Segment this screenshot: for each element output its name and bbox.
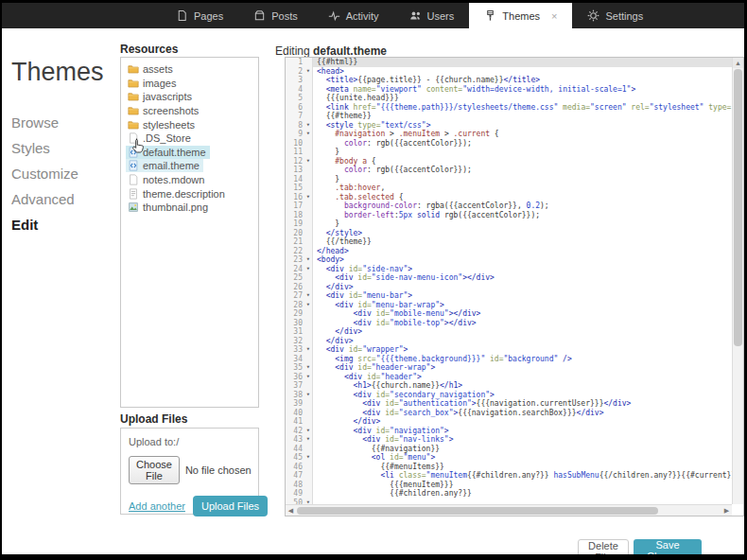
code-line[interactable]: 27▾ <div id="menu-bar"> (286, 291, 732, 301)
file-row-theme-description[interactable]: theme.description (126, 186, 258, 201)
file-row-stylesheets[interactable]: stylesheets (126, 117, 258, 131)
horizontal-scrollbar[interactable]: ◀ ▶ (286, 504, 732, 516)
code-line[interactable]: 22</head> (286, 247, 732, 256)
code-line[interactable]: 47 <li class="menuItem{{#children.any?}}… (286, 471, 732, 481)
file-row-images[interactable]: images (126, 77, 258, 91)
tab-users[interactable]: Users (394, 3, 470, 28)
code-line[interactable]: 25 <div id="side-nav-menu-icon"></div> (286, 273, 732, 283)
file-row--ds-store[interactable]: .DS_Store (126, 131, 258, 146)
sidebar-item-styles[interactable]: Styles (11, 140, 50, 156)
fold-toggle-icon[interactable]: ▾ (304, 363, 310, 373)
fold-toggle-icon[interactable]: ▾ (304, 121, 310, 131)
upload-files-button[interactable]: Upload Files (193, 496, 268, 516)
code-line[interactable]: 8▾ <style type="text/css"> (286, 121, 732, 131)
code-line[interactable]: 19 } (286, 219, 732, 229)
code-line[interactable]: 46 {{#menuItems}} (286, 463, 732, 472)
code-line[interactable]: 6 <link href="{{{theme.path}}}/styleshee… (286, 103, 732, 113)
code-line[interactable]: 33▾ <div id="wrapper"> (286, 345, 732, 355)
code-line[interactable]: 4 <meta name="viewport" content="width=d… (286, 85, 732, 95)
fold-toggle-icon[interactable]: ▾ (304, 391, 310, 400)
fold-toggle-icon[interactable]: ▾ (304, 345, 310, 355)
code-line[interactable]: 3 <title>{{page.title}} - {{church.name}… (286, 76, 732, 85)
code-line[interactable]: 38▾ <div id="secondary_navigation"> (286, 391, 732, 400)
sidebar-item-edit[interactable]: Edit (11, 217, 38, 233)
fold-toggle-icon[interactable]: ▾ (304, 67, 310, 77)
tab-posts[interactable]: Posts (238, 3, 313, 28)
file-row-notes-mdown[interactable]: notes.mdown (126, 173, 258, 187)
scroll-left-arrow[interactable]: ◀ (286, 507, 296, 515)
fold-toggle-icon[interactable]: ▾ (304, 373, 310, 382)
code-line[interactable]: 31 </div> (286, 327, 732, 337)
code-line[interactable]: 7 {{#theme}} (286, 112, 732, 121)
code-line[interactable]: 24▾ <div id="side-nav"> (286, 265, 732, 274)
code-area[interactable]: 1{{#html}}2▾<head>3 <title>{{page.title}… (286, 58, 732, 504)
scroll-right-arrow[interactable]: ▶ (721, 507, 732, 515)
sidebar-item-browse[interactable]: Browse (11, 114, 59, 131)
scroll-up-arrow[interactable]: ▲ (733, 58, 743, 68)
add-another-link[interactable]: Add another (129, 500, 185, 512)
code-line[interactable]: 20 </style> (286, 229, 732, 238)
tab-pages[interactable]: Pages (161, 3, 238, 28)
fold-toggle-icon[interactable]: ▾ (304, 265, 310, 274)
fold-toggle-icon[interactable]: ▾ (304, 291, 310, 301)
fold-toggle-icon[interactable]: ▾ (304, 301, 310, 310)
code-editor[interactable]: 1{{#html}}2▾<head>3 <title>{{page.title}… (285, 57, 744, 516)
code-line[interactable]: 12▾ #body a { (286, 157, 732, 166)
file-row-default-theme[interactable]: default.theme (126, 146, 258, 160)
code-line[interactable]: 32 </div> (286, 337, 732, 346)
code-line[interactable]: 42▾ <div id="navigation"> (286, 427, 732, 436)
code-line[interactable]: 43▾ <div id="nav-links"> (286, 435, 732, 445)
code-line[interactable]: 29 <div id="mobile-menu"></div> (286, 309, 732, 319)
code-line[interactable]: 28▾ <div id="menu-bar-wrap"> (286, 301, 732, 310)
file-row-screenshots[interactable]: screenshots (126, 104, 258, 118)
code-line[interactable]: 37 <h1>{{church.name}}</h1> (286, 381, 732, 391)
code-line[interactable]: 35▾ <div id="header-wrap"> (286, 363, 732, 373)
code-line[interactable]: 15 .tab:hover, (286, 184, 732, 193)
code-line[interactable]: 5 {{{unite.head}}} (286, 94, 732, 103)
tab-themes[interactable]: Themes× (469, 3, 572, 28)
code-line[interactable]: 44 {{#navigation}} (286, 445, 732, 454)
fold-toggle-icon[interactable]: ▾ (304, 193, 310, 202)
file-row-email-theme[interactable]: email.theme (126, 159, 258, 173)
code-line[interactable]: 2▾<head> (286, 67, 732, 77)
code-line[interactable]: 40 <div id="search_box">{{{navigation.se… (286, 409, 732, 418)
code-line[interactable]: 14 } (286, 175, 732, 184)
tab-settings[interactable]: Settings (572, 3, 658, 28)
vertical-scroll-thumb[interactable] (734, 69, 742, 346)
sidebar-item-advanced[interactable]: Advanced (11, 191, 75, 207)
code-line[interactable]: 9▾ #navigation > .menuItem > .current { (286, 130, 732, 139)
fold-toggle-icon[interactable]: ▾ (304, 255, 310, 265)
vertical-scrollbar[interactable]: ▲ (732, 58, 743, 504)
code-line[interactable]: 10 color: rgb({{accentColor}}); (286, 139, 732, 149)
code-line[interactable]: 36▾ <div id="header"> (286, 373, 732, 382)
code-line[interactable]: 13 color: rgb({{accentColor}}); (286, 166, 732, 175)
horizontal-scroll-thumb[interactable] (297, 507, 658, 515)
code-line[interactable]: 45▾ <ol id="menu"> (286, 453, 732, 463)
file-row-assets[interactable]: assets (126, 62, 258, 77)
file-row-thumbnail-png[interactable]: thumbnail.png (126, 201, 258, 215)
choose-file-button[interactable]: Choose File (129, 456, 180, 484)
code-line[interactable]: 26 </div> (286, 283, 732, 292)
code-line[interactable]: 30 <div id="mobile-top"></div> (286, 319, 732, 328)
fold-toggle-icon[interactable]: ▾ (304, 435, 310, 445)
code-line[interactable]: 18 border-left:5px solid rgb({{accentCol… (286, 211, 732, 220)
sidebar-item-customize[interactable]: Customize (11, 166, 78, 182)
fold-toggle-icon[interactable]: ▾ (304, 157, 310, 166)
code-line[interactable]: 39 <div id="authentication">{{{navigatio… (286, 399, 732, 409)
code-line[interactable]: 49 {{#children.any?}} (286, 489, 732, 499)
code-line[interactable]: 16▾ .tab.selected { (286, 193, 732, 202)
save-changes-button[interactable]: Save Changes (634, 539, 702, 559)
code-line[interactable]: 41 </div> (286, 417, 732, 427)
code-line[interactable]: 11 } (286, 148, 732, 157)
code-line[interactable]: 1{{#html}} (286, 58, 732, 67)
file-row-javascripts[interactable]: javascripts (126, 90, 258, 104)
tab-activity[interactable]: Activity (313, 3, 394, 28)
code-line[interactable]: 48 {{{menuItem}}} (286, 481, 732, 490)
code-line[interactable]: 17 background-color: rgba({{accentColor}… (286, 201, 732, 211)
code-line[interactable]: 34 <img src="{{{theme.background}}}" id=… (286, 355, 732, 364)
fold-toggle-icon[interactable]: ▾ (304, 427, 310, 436)
code-line[interactable]: 23▾<body> (286, 255, 732, 265)
fold-toggle-icon[interactable]: ▾ (304, 453, 310, 463)
close-icon[interactable]: × (551, 10, 557, 22)
file-list[interactable]: assetsimagesjavascriptsscreenshotsstyles… (120, 57, 259, 408)
